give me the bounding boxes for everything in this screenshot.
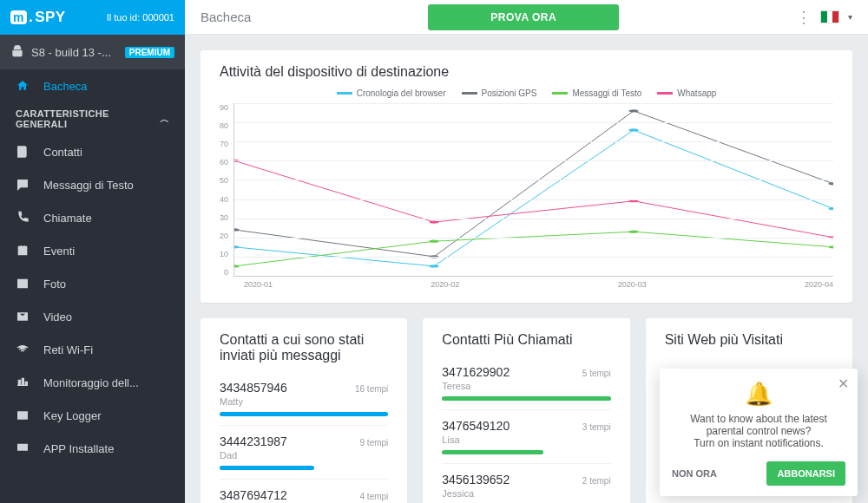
nav-icon: [16, 408, 30, 422]
nav-item-monitoraggio-dell-[interactable]: Monitoraggio dell...: [0, 366, 185, 399]
bar: [220, 412, 388, 416]
contact-name: Lisa: [442, 434, 510, 445]
nav-section-general[interactable]: CARATTERISTICHE GENERALI ︿: [0, 102, 185, 135]
contact-count: 16 tempi: [355, 384, 388, 394]
card-title: Contatti Più Chiamati: [442, 332, 610, 348]
nav-section-label: CARATTERISTICHE GENERALI: [16, 108, 160, 129]
svg-point-11: [828, 245, 833, 248]
nav-icon: [16, 310, 30, 323]
nav-item-app-installate[interactable]: APP Installate: [0, 432, 185, 465]
user-id: Il tuo id: 000001: [107, 12, 174, 23]
contact-count: 3 tempi: [582, 422, 611, 432]
popup-text: Turn on instant notifications.: [672, 437, 845, 449]
home-icon: [16, 79, 30, 93]
nav-item-eventi[interactable]: Eventi: [0, 234, 185, 267]
main: Bacheca PROVA ORA ⋮ ▾ Attività del dispo…: [185, 0, 868, 503]
chart-legend: Cronologia del browserPosizioni GPSMessa…: [220, 88, 833, 98]
svg-point-8: [234, 265, 240, 267]
nav-item-video[interactable]: Video: [0, 300, 185, 333]
contact-name: Matty: [220, 396, 287, 407]
nav-label: Video: [43, 310, 72, 323]
device-name: S8 - build 13 -...: [31, 46, 118, 59]
chart-plot: [233, 103, 833, 277]
contact-number: 3434857946: [220, 381, 287, 395]
legend-item[interactable]: Whatsapp: [657, 88, 716, 98]
svg-point-0: [234, 245, 240, 248]
svg-point-1: [429, 265, 438, 267]
brand-bar: m.SPY Il tuo id: 000001: [0, 0, 185, 35]
contact-item[interactable]: 34876947124 tempi: [220, 479, 388, 503]
nav-icon: [16, 441, 30, 455]
chart-yaxis: 9080706050403020100: [220, 103, 233, 277]
nav-icon: [16, 343, 30, 356]
device-selector[interactable]: S8 - build 13 -... PREMIUM: [0, 35, 185, 69]
nav-item-reti-wi-fi[interactable]: Reti Wi-Fi: [0, 333, 185, 366]
popup-text: Want to know about the latest parental c…: [672, 413, 845, 437]
subscribe-button[interactable]: ABBONARSI: [766, 461, 845, 486]
legend-item[interactable]: Messaggi di Testo: [552, 88, 641, 98]
content: Attività del dispositivo di destinazione…: [185, 35, 868, 503]
bar: [220, 466, 314, 470]
logo: m.SPY: [10, 9, 66, 26]
try-now-button[interactable]: PROVA ORA: [428, 4, 619, 30]
nav-icon: [16, 244, 30, 258]
sidebar: m.SPY Il tuo id: 000001 S8 - build 13 -.…: [0, 0, 185, 503]
nav-label: Contatti: [43, 146, 82, 159]
nav-item-key-logger[interactable]: Key Logger: [0, 399, 185, 432]
nav-label: APP Installate: [43, 442, 114, 455]
chart: 9080706050403020100: [220, 103, 833, 277]
not-now-button[interactable]: NON ORA: [672, 468, 717, 479]
nav-icon: [16, 277, 30, 291]
contact-item[interactable]: 3471629902Teresa5 tempi: [442, 356, 610, 401]
legend-item[interactable]: Cronologia del browser: [337, 88, 446, 98]
contact-item[interactable]: 3456139652Jessica2 tempi: [442, 463, 610, 503]
nav-icon: [16, 145, 30, 159]
chart-title: Attività del dispositivo di destinazione: [220, 64, 833, 80]
contact-count: 4 tempi: [360, 492, 389, 501]
contact-count: 2 tempi: [582, 476, 611, 486]
chevron-down-icon[interactable]: ▾: [848, 12, 852, 22]
legend-item[interactable]: Posizioni GPS: [462, 88, 537, 98]
nav-item-contatti[interactable]: Contatti: [0, 135, 185, 168]
page-title: Bacheca: [201, 10, 251, 24]
contact-item[interactable]: 3476549120Lisa3 tempi: [442, 409, 610, 454]
contact-item[interactable]: 3434857946Matty16 tempi: [220, 372, 388, 416]
contact-name: Jessica: [442, 488, 510, 499]
nav-item-messaggi-di-testo[interactable]: Messaggi di Testo: [0, 168, 185, 201]
nav-icon: [16, 211, 30, 225]
contact-number: 3444231987: [220, 434, 287, 448]
svg-point-10: [628, 231, 638, 233]
nav-label: Foto: [43, 278, 66, 291]
svg-point-6: [628, 109, 638, 112]
close-icon[interactable]: ✕: [838, 376, 849, 392]
topbar: Bacheca PROVA ORA ⋮ ▾: [185, 0, 868, 35]
nav-item-dashboard[interactable]: Bacheca: [0, 69, 185, 102]
activity-chart-card: Attività del dispositivo di destinazione…: [201, 50, 852, 303]
nav-label: Chiamate: [43, 212, 92, 225]
nav-label: Eventi: [43, 245, 75, 258]
svg-point-14: [628, 199, 638, 202]
more-icon[interactable]: ⋮: [796, 8, 812, 27]
contact-number: 3487694712: [220, 488, 287, 502]
flag-italy-icon[interactable]: [820, 10, 839, 23]
card-title: Contatti a cui sono stati inviati più me…: [220, 332, 388, 363]
top-actions: ⋮ ▾: [796, 8, 852, 27]
nav-item-foto[interactable]: Foto: [0, 267, 185, 300]
premium-badge: PREMIUM: [125, 47, 174, 58]
contact-count: 9 tempi: [360, 438, 389, 447]
contact-item[interactable]: 3444231987Dad9 tempi: [220, 425, 388, 470]
android-icon: [10, 44, 24, 61]
chart-xaxis: 2020-012020-022020-032020-04: [244, 280, 833, 289]
svg-point-2: [628, 128, 638, 131]
contact-number: 3456139652: [442, 473, 510, 487]
bar: [442, 450, 543, 454]
nav-label: Messaggi di Testo: [43, 179, 134, 192]
svg-point-3: [828, 207, 833, 210]
nav-icon: [16, 178, 30, 192]
bar: [442, 396, 610, 401]
nav-item-chiamate[interactable]: Chiamate: [0, 201, 185, 234]
svg-point-7: [828, 182, 833, 185]
contact-number: 3476549120: [442, 419, 510, 433]
top-messaged-card: Contatti a cui sono stati inviati più me…: [201, 318, 407, 503]
bell-icon: 🔔: [672, 381, 845, 408]
